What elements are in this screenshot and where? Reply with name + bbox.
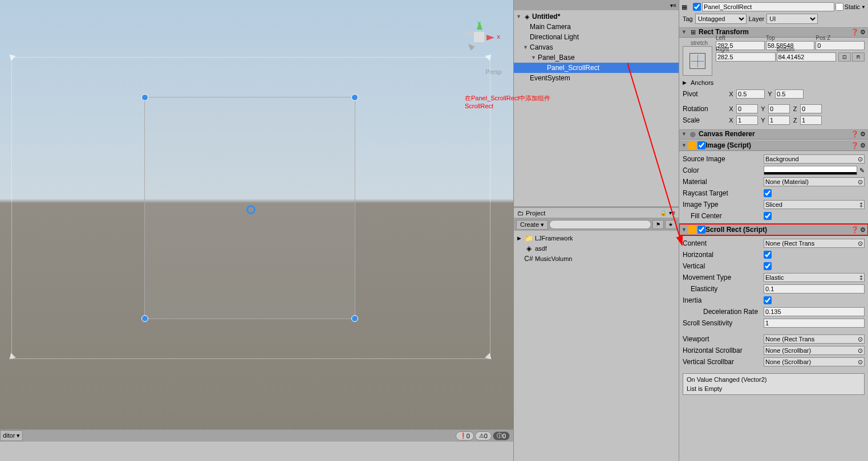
editor-dropdown[interactable]: ditor ▾ xyxy=(0,430,23,441)
canvas-handle-tl[interactable] xyxy=(8,54,16,62)
object-picker-icon[interactable]: ⊙ xyxy=(858,156,863,163)
help-icon[interactable]: ❓ xyxy=(851,226,859,234)
gizmo-cube[interactable]: y x xyxy=(474,32,484,42)
gameobject-active-checkbox[interactable] xyxy=(693,3,701,11)
help-icon[interactable]: ❓ xyxy=(851,142,859,149)
gizmo-z-axis-icon[interactable] xyxy=(466,42,475,51)
favorite-icon[interactable]: ★ xyxy=(665,220,676,229)
viewport-field[interactable]: None (Rect Trans⊙ xyxy=(764,334,865,344)
scene-view[interactable]: y x Persp ditor ▾ ❗0 ⚠0 xyxy=(0,0,513,442)
object-picker-icon[interactable]: ⊙ xyxy=(858,336,863,343)
content-field[interactable]: None (Rect Trans⊙ xyxy=(764,239,865,248)
eyedropper-icon[interactable]: ✎ xyxy=(859,167,865,174)
scene-gizmo[interactable]: y x xyxy=(453,11,505,63)
right-input[interactable] xyxy=(716,52,776,62)
sensitivity-input[interactable] xyxy=(764,319,865,328)
anchor-preset-button[interactable] xyxy=(683,46,712,76)
blueprint-mode-icon[interactable]: ⊡ xyxy=(838,52,851,62)
error-count[interactable]: ❗0 xyxy=(456,431,474,440)
pivot-y-input[interactable] xyxy=(775,89,804,99)
scroll-rect-header[interactable]: ▼ Scroll Rect (Script) ❓⚙ xyxy=(679,224,868,235)
selection-handle-tl[interactable] xyxy=(141,94,148,101)
source-image-field[interactable]: Background⊙ xyxy=(764,154,865,164)
project-item[interactable]: C#MusicVolumn xyxy=(514,254,679,264)
hierarchy-item[interactable]: EventSystem xyxy=(514,73,679,83)
vertical-checkbox[interactable] xyxy=(764,262,772,270)
color-field[interactable] xyxy=(764,166,857,175)
scl-x-input[interactable] xyxy=(736,116,758,125)
bottom-input[interactable] xyxy=(777,52,837,62)
selection-handle-bl[interactable] xyxy=(141,315,148,322)
rot-y-input[interactable] xyxy=(768,104,790,113)
anchors-foldout-icon[interactable]: ▶ xyxy=(683,80,689,85)
tag-dropdown[interactable]: Untagged xyxy=(695,14,747,24)
gizmo-x-axis-icon[interactable] xyxy=(486,35,494,40)
rot-z-input[interactable] xyxy=(800,104,822,113)
gear-icon[interactable]: ⚙ xyxy=(860,142,866,149)
deceleration-input[interactable] xyxy=(764,307,865,316)
fill-center-checkbox[interactable] xyxy=(764,212,772,220)
canvas-handle-tr[interactable] xyxy=(486,54,494,62)
help-icon[interactable]: ❓ xyxy=(851,130,859,138)
image-type-dropdown[interactable]: Sliced‡ xyxy=(764,200,865,209)
gizmo-y-axis-icon[interactable] xyxy=(477,22,482,30)
gizmo-neg-x-axis-icon[interactable] xyxy=(464,31,472,36)
inertia-checkbox[interactable] xyxy=(764,296,772,304)
info-count[interactable]: ⓘ0 xyxy=(493,431,510,440)
material-field[interactable]: None (Material)⊙ xyxy=(764,177,865,186)
scl-y-input[interactable] xyxy=(768,116,790,125)
hierarchy-item[interactable]: Directional Light xyxy=(514,32,679,42)
layer-dropdown[interactable]: UI xyxy=(766,14,818,24)
v-scrollbar-field[interactable]: None (Scrollbar)⊙ xyxy=(764,357,865,366)
scroll-rect-enabled-checkbox[interactable] xyxy=(697,226,705,234)
project-item[interactable]: ◈asdf xyxy=(514,243,679,254)
selection-handle-br[interactable] xyxy=(351,315,358,322)
warning-count[interactable]: ⚠0 xyxy=(475,431,492,440)
static-checkbox[interactable] xyxy=(835,3,843,11)
raw-edit-button[interactable]: R xyxy=(852,52,865,62)
object-picker-icon[interactable]: ⊙ xyxy=(858,347,863,354)
scene-root-row[interactable]: ▼ ◈ Untitled* xyxy=(514,11,679,22)
gameobject-name-input[interactable] xyxy=(702,2,834,11)
foldout-icon[interactable]: ▼ xyxy=(682,131,688,137)
pivot-x-input[interactable] xyxy=(736,89,765,99)
filter-icon[interactable]: ⚑ xyxy=(652,220,664,229)
image-header[interactable]: ▼ Image (Script) ❓⚙ xyxy=(679,140,868,151)
foldout-icon[interactable]: ▼ xyxy=(682,29,688,35)
pivot-icon[interactable] xyxy=(246,205,255,214)
hierarchy-item[interactable]: Panel_ScrollRect xyxy=(514,63,679,73)
project-tab[interactable]: 🗀 Project 🔒 ▾≡ xyxy=(514,208,679,218)
elasticity-input[interactable] xyxy=(764,284,865,293)
hierarchy-item[interactable]: ▼Panel_Base xyxy=(514,52,679,63)
panel-menu-icon[interactable]: ▾≡ xyxy=(670,2,676,9)
panel-menu-icon[interactable]: ▾≡ xyxy=(669,210,675,216)
canvas-handle-br[interactable] xyxy=(486,354,494,362)
gear-icon[interactable]: ⚙ xyxy=(860,226,866,234)
selection-handle-tr[interactable] xyxy=(351,94,358,101)
scl-z-input[interactable] xyxy=(800,116,822,125)
foldout-arrow-icon[interactable]: ▼ xyxy=(516,14,523,19)
canvas-renderer-header[interactable]: ▼ ◎ Canvas Renderer ❓⚙ xyxy=(679,128,868,140)
raycast-checkbox[interactable] xyxy=(764,189,772,197)
foldout-icon[interactable]: ▼ xyxy=(682,227,688,232)
project-search-input[interactable] xyxy=(549,220,651,229)
hierarchy-item[interactable]: ▼Canvas xyxy=(514,42,679,52)
project-item[interactable]: ▶📁LJFramework xyxy=(514,233,679,243)
movement-type-dropdown[interactable]: Elastic‡ xyxy=(764,273,865,282)
foldout-arrow-icon[interactable]: ▶ xyxy=(517,235,524,241)
horizontal-checkbox[interactable] xyxy=(764,251,772,259)
object-picker-icon[interactable]: ⊙ xyxy=(858,178,863,186)
foldout-icon[interactable]: ▼ xyxy=(682,142,688,148)
canvas-handle-bl[interactable] xyxy=(8,354,16,362)
rot-x-input[interactable] xyxy=(736,104,758,113)
object-picker-icon[interactable]: ⊙ xyxy=(858,240,863,247)
create-button[interactable]: Create ▾ xyxy=(516,220,548,230)
gear-icon[interactable]: ⚙ xyxy=(860,130,866,138)
foldout-arrow-icon[interactable]: ▼ xyxy=(523,44,530,50)
foldout-arrow-icon[interactable]: ▼ xyxy=(531,55,538,60)
hierarchy-item[interactable]: Main Camera xyxy=(514,22,679,32)
static-dropdown-icon[interactable]: ▼ xyxy=(861,5,866,10)
object-picker-icon[interactable]: ⊙ xyxy=(858,358,863,366)
h-scrollbar-field[interactable]: None (Scrollbar)⊙ xyxy=(764,346,865,355)
lock-icon[interactable]: 🔒 xyxy=(660,210,667,216)
